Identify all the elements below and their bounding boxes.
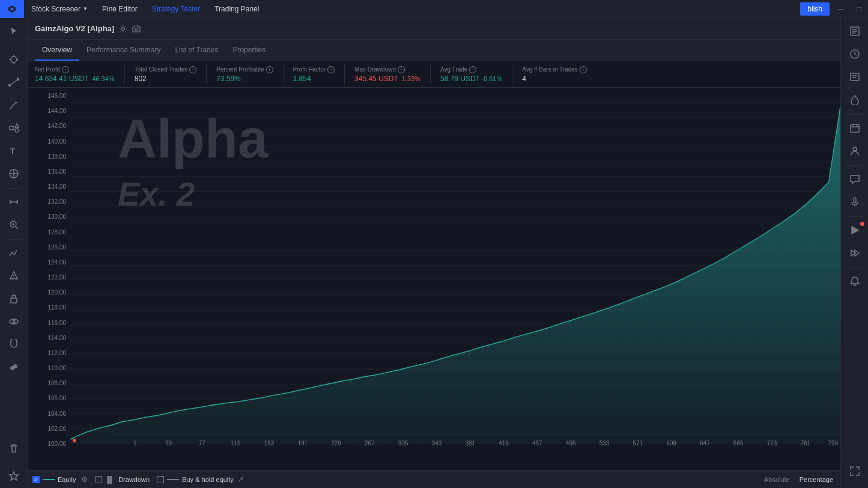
metric-avg-trade: Avg Trade i 58.78 USDT 0.61% (431, 64, 512, 85)
minimize-button[interactable]: ─ (832, 0, 850, 18)
strategy-header: GainzAlgo V2 [Alpha] (28, 18, 840, 40)
y-axis: 146.00 144.00 142.00 140.00 138.00 136.0… (28, 88, 70, 452)
forward-icon[interactable] (843, 242, 867, 264)
avg-trade-info-icon[interactable]: i (469, 66, 476, 73)
right-sidebar-divider-1 (846, 114, 863, 115)
max-drawdown-info-icon[interactable]: i (398, 66, 405, 73)
equity-checkbox[interactable] (32, 476, 40, 483)
svg-point-0 (11, 7, 14, 10)
svg-marker-25 (10, 472, 18, 480)
strategy-name: GainzAlgo V2 [Alpha] (35, 24, 114, 33)
svg-marker-68 (852, 227, 858, 234)
eye-icon[interactable] (2, 311, 26, 332)
right-sidebar-divider-3 (846, 216, 863, 217)
metric-profit-factor: Profit Factor i 1.854 (284, 64, 345, 85)
logo[interactable] (0, 0, 24, 18)
trend-line-icon[interactable] (2, 72, 26, 93)
stock-screener-tab[interactable]: Stock Screener ▼ (24, 0, 95, 17)
expand-icon[interactable] (843, 460, 867, 482)
x-axis: 1 39 77 115 153 191 229 267 305 343 381 … (112, 434, 840, 452)
net-profit-info-icon[interactable]: i (62, 66, 69, 73)
news-icon[interactable] (843, 66, 867, 88)
stock-screener-chevron-icon: ▼ (83, 6, 88, 11)
chart-canvas[interactable]: Alpha Ex. 2 1 39 77 115 153 191 229 267 … (70, 88, 840, 452)
shapes-icon[interactable] (2, 117, 26, 139)
trading-panel-tab[interactable]: Trading Panel (207, 0, 266, 17)
pine-editor-tab[interactable]: Pine Editor (95, 0, 145, 17)
svg-text:T: T (10, 147, 15, 156)
settings-icon[interactable] (119, 25, 127, 33)
crosshair-icon[interactable] (2, 49, 26, 70)
mic-icon[interactable] (843, 191, 867, 213)
patterns-icon[interactable] (2, 163, 26, 185)
topbar-right: blish ─ □ (800, 0, 868, 17)
brush-icon[interactable] (2, 94, 26, 116)
strategy-tester-tab[interactable]: Strategy Tester (145, 0, 207, 17)
tab-trades[interactable]: List of Trades (168, 40, 225, 61)
percent-profitable-info-icon[interactable]: i (266, 66, 273, 73)
camera-icon[interactable] (132, 25, 141, 33)
tab-performance[interactable]: Performance Summary (79, 40, 168, 61)
play-strategy-icon[interactable] (843, 219, 867, 241)
chart-bottom-controls: Equity ⚙ ▐▌ Drawdown Buy & hold equity ↗… (28, 470, 840, 488)
profit-factor-info-icon[interactable]: i (327, 66, 335, 73)
metric-net-profit: Net Profit i 14 634.41 USDT 46.34% (35, 64, 125, 85)
metric-avg-bars: Avg # Bars in Trades i 4 (512, 64, 596, 85)
absolute-button[interactable]: Absolute (762, 475, 792, 484)
cursor-icon[interactable] (2, 20, 26, 42)
closed-trades-info-icon[interactable]: i (189, 66, 196, 73)
watchlist-icon[interactable] (843, 20, 867, 42)
link-icon[interactable] (2, 356, 26, 378)
legend-drawdown[interactable]: ▐▌ Drawdown (95, 476, 150, 483)
maximize-button[interactable]: □ (850, 0, 868, 18)
svg-point-26 (122, 27, 125, 30)
measure-icon[interactable] (2, 191, 26, 213)
tabs-bar: Overview Performance Summary List of Tra… (28, 40, 840, 61)
svg-point-52 (73, 439, 76, 442)
legend-equity[interactable]: Equity ⚙ (32, 475, 88, 484)
metric-closed-trades: Total Closed Trades i 802 (125, 64, 207, 85)
metric-percent-profitable: Percent Profitable i 73.59% (207, 64, 284, 85)
right-sidebar-divider-2 (846, 165, 863, 166)
svg-point-22 (13, 320, 15, 323)
svg-point-1 (11, 56, 17, 63)
favorites-icon[interactable] (2, 465, 26, 487)
percentage-button[interactable]: Percentage (797, 475, 836, 484)
trash-icon[interactable] (2, 438, 26, 459)
equity-chart-svg (70, 88, 840, 452)
svg-point-19 (13, 278, 14, 279)
avg-bars-info-icon[interactable]: i (580, 66, 587, 73)
text-icon[interactable]: T (2, 140, 26, 162)
person-icon[interactable] (843, 140, 867, 162)
alert-icon[interactable] (2, 265, 26, 287)
buy-hold-line-indicator (167, 479, 179, 480)
equity-line-indicator (43, 479, 55, 480)
equity-settings-icon[interactable]: ⚙ (81, 475, 88, 484)
indicators-icon[interactable] (2, 242, 26, 264)
svg-point-8 (17, 79, 19, 81)
water-drop-icon[interactable] (843, 89, 867, 111)
bell-icon[interactable] (843, 270, 867, 292)
svg-rect-9 (10, 126, 13, 130)
drawdown-checkbox[interactable] (95, 476, 102, 483)
buy-hold-checkbox[interactable] (157, 476, 164, 483)
svg-rect-20 (11, 298, 17, 303)
svg-line-6 (10, 79, 18, 85)
legend-buy-hold[interactable]: Buy & hold equity ↗ (157, 475, 243, 483)
metrics-bar: Net Profit i 14 634.41 USDT 46.34% Total… (28, 61, 840, 88)
metric-max-drawdown: Max Drawdown i 345.45 USDT 1.33% (345, 64, 431, 85)
chart-area: 146.00 144.00 142.00 140.00 138.00 136.0… (28, 88, 840, 470)
tab-properties[interactable]: Properties (225, 40, 273, 61)
clock-right-icon[interactable] (843, 43, 867, 65)
calendar-right-icon[interactable] (843, 117, 867, 139)
chat-icon[interactable] (843, 168, 867, 190)
right-sidebar (840, 18, 868, 488)
left-sidebar: T (0, 18, 28, 488)
publish-button[interactable]: blish (800, 2, 830, 16)
tab-overview[interactable]: Overview (35, 40, 79, 61)
zoom-icon[interactable] (2, 214, 26, 236)
lock-icon[interactable] (2, 288, 26, 310)
chart-view-controls: Absolute Percentage (762, 475, 836, 484)
magnet-icon[interactable] (2, 334, 26, 355)
svg-point-27 (135, 28, 138, 31)
